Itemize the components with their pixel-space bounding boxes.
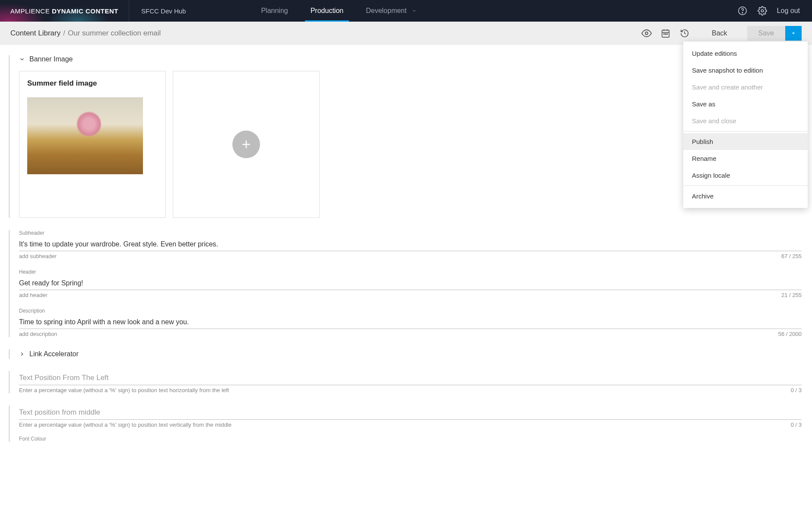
- menu-publish[interactable]: Publish: [683, 133, 808, 150]
- tab-planning[interactable]: Planning: [250, 0, 299, 22]
- breadcrumb-sep: /: [63, 29, 65, 38]
- svg-point-8: [663, 34, 664, 35]
- subheader-count: 67 / 255: [781, 253, 802, 259]
- menu-separator: [683, 185, 808, 186]
- header-count: 21 / 255: [781, 292, 802, 298]
- header-hint: add header: [19, 292, 48, 298]
- menu-assign-locale[interactable]: Assign locale: [683, 167, 808, 184]
- field-text-pos-left: Enter a percentage value (without a '%' …: [19, 371, 802, 393]
- image-card[interactable]: Summer field image: [19, 71, 166, 218]
- image-thumbnail: [27, 97, 143, 174]
- subbar-actions: Back Save: [641, 26, 802, 41]
- header-input[interactable]: [19, 277, 802, 290]
- font-colour-label: Font Colour: [19, 436, 802, 442]
- text-pos-left-hint: Enter a percentage value (without a '%' …: [19, 387, 229, 393]
- section-text-pos-left: Enter a percentage value (without a '%' …: [9, 371, 802, 393]
- gear-icon[interactable]: [757, 6, 768, 16]
- brand-logo: AMPLIENCE DYNAMIC CONTENT: [0, 0, 129, 22]
- breadcrumb-current: Our summer collection email: [68, 29, 161, 38]
- logout-link[interactable]: Log out: [777, 7, 800, 15]
- brand-bold: DYNAMIC CONTENT: [52, 7, 118, 15]
- section-text-pos-middle: Enter a percentage value (without a '%' …: [9, 406, 802, 442]
- svg-point-9: [665, 34, 666, 35]
- save-button-group: Save: [747, 26, 802, 41]
- menu-update-editions[interactable]: Update editions: [683, 45, 808, 62]
- section-link-accelerator: Link Accelerator: [9, 349, 802, 359]
- hub-name: SFCC Dev Hub: [129, 7, 198, 15]
- svg-point-10: [667, 34, 668, 35]
- section-subheader: Subheader add subheader 67 / 255 Header …: [9, 230, 802, 337]
- subheader-label: Subheader: [19, 230, 802, 236]
- breadcrumb-root[interactable]: Content Library: [10, 29, 60, 38]
- svg-marker-11: [792, 33, 795, 35]
- svg-point-2: [761, 10, 764, 12]
- menu-save-close: Save and close: [683, 112, 808, 129]
- description-count: 56 / 2000: [778, 331, 802, 337]
- tab-development[interactable]: Development: [355, 0, 428, 22]
- calendar-icon[interactable]: [660, 28, 671, 39]
- menu-rename[interactable]: Rename: [683, 150, 808, 167]
- text-pos-middle-count: 0 / 3: [791, 422, 802, 428]
- text-pos-middle-hint: Enter a percentage value (without a '%' …: [19, 422, 232, 428]
- description-input[interactable]: [19, 316, 802, 329]
- text-pos-left-count: 0 / 3: [791, 387, 802, 393]
- field-subheader: Subheader add subheader 67 / 255: [19, 230, 802, 259]
- link-accelerator-toggle[interactable]: Link Accelerator: [19, 350, 802, 358]
- svg-point-1: [742, 13, 742, 13]
- subheader-input[interactable]: [19, 238, 802, 251]
- history-icon[interactable]: [679, 28, 690, 39]
- add-icon: [232, 131, 260, 158]
- menu-save-snapshot[interactable]: Save snapshot to edition: [683, 62, 808, 79]
- tab-production[interactable]: Production: [299, 0, 355, 22]
- chevron-down-icon: [412, 8, 417, 13]
- field-header: Header add header 21 / 255: [19, 269, 802, 298]
- link-accelerator-title: Link Accelerator: [29, 350, 79, 358]
- help-icon[interactable]: [737, 6, 748, 16]
- add-image-card[interactable]: [173, 71, 320, 218]
- image-card-title: Summer field image: [27, 79, 158, 88]
- text-pos-middle-input[interactable]: [19, 406, 802, 420]
- section-banner-title: Banner Image: [29, 55, 73, 63]
- menu-save-as[interactable]: Save as: [683, 96, 808, 112]
- menu-separator: [683, 131, 808, 131]
- save-dropdown-toggle[interactable]: [785, 26, 802, 41]
- save-dropdown-menu: Update editions Save snapshot to edition…: [683, 42, 808, 208]
- subheader-hint: add subheader: [19, 253, 57, 259]
- save-button[interactable]: Save: [747, 26, 785, 41]
- top-navbar: AMPLIENCE DYNAMIC CONTENT SFCC Dev Hub P…: [0, 0, 812, 22]
- menu-save-create-another: Save and create another: [683, 79, 808, 96]
- section-banner-image: Banner Image Summer field image: [9, 55, 802, 218]
- menu-archive[interactable]: Archive: [683, 188, 808, 204]
- description-hint: add description: [19, 331, 57, 337]
- header-label: Header: [19, 269, 802, 275]
- topbar-right: Log out: [737, 0, 812, 22]
- svg-point-3: [645, 32, 648, 35]
- back-button[interactable]: Back: [702, 26, 737, 41]
- eye-icon[interactable]: [641, 28, 652, 39]
- brand-light: AMPLIENCE: [10, 7, 50, 15]
- field-description: Description add description 56 / 2000: [19, 308, 802, 337]
- field-text-pos-middle: Enter a percentage value (without a '%' …: [19, 406, 802, 428]
- text-pos-left-input[interactable]: [19, 371, 802, 385]
- description-label: Description: [19, 308, 802, 314]
- nav-tabs: Planning Production Development: [250, 0, 428, 22]
- chevron-right-icon: [19, 351, 25, 357]
- chevron-down-icon: [19, 56, 25, 62]
